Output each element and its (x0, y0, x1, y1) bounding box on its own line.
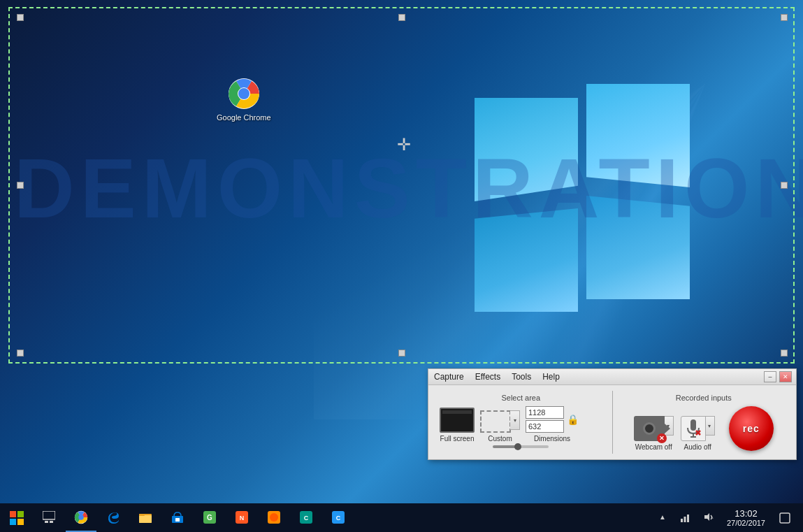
win-pane-bottom-left (475, 208, 578, 312)
custom-button[interactable]: ▾ Custom (480, 410, 520, 443)
taskbar-right: ▲ 13:02 27/02/2017 (654, 503, 803, 532)
handle-middle-right[interactable] (781, 182, 788, 189)
win-pane-top-right (586, 84, 690, 187)
tray-chevron[interactable]: ▲ (654, 503, 671, 532)
notification-center-icon[interactable] (774, 503, 796, 532)
fullscreen-icon-svg (441, 409, 473, 431)
handle-top-left[interactable] (17, 14, 24, 21)
taskbar-green-app[interactable]: G (194, 503, 225, 532)
taskbar: G N C C (0, 503, 803, 532)
toolbar-menu: Capture Effects Tools Help (433, 371, 561, 382)
audio-row: ▾ (681, 416, 715, 441)
width-input[interactable] (526, 406, 564, 419)
menu-effects[interactable]: Effects (474, 371, 502, 382)
taskbar-app10[interactable]: C (323, 503, 354, 532)
handle-top-right[interactable] (781, 14, 788, 21)
clock-time: 13:02 (735, 508, 758, 519)
win-pane-top-left (475, 98, 578, 201)
custom-dropdown: ▾ (480, 410, 520, 433)
crosshair-cursor: ✛ (397, 135, 411, 154)
svg-rect-35 (681, 519, 683, 522)
handle-bottom-left[interactable] (17, 350, 24, 357)
height-input[interactable] (526, 420, 564, 433)
webcam-button[interactable]: ✕ ▾ Webcam off (634, 416, 674, 451)
minimize-button[interactable]: – (764, 371, 776, 382)
select-area-section: Select area Full screen (434, 391, 608, 454)
handle-bottom-right[interactable] (781, 350, 788, 357)
svg-rect-3 (240, 89, 248, 98)
svg-text:N: N (240, 515, 245, 522)
svg-text:C: C (336, 515, 341, 522)
network-icon[interactable] (675, 503, 695, 532)
webcam-off-badge: ✕ (657, 433, 667, 443)
store-icon (171, 510, 185, 524)
window-controls: – ✕ (764, 371, 792, 382)
svg-rect-12 (17, 511, 24, 517)
app10-icon: C (331, 510, 345, 524)
taskbar-store[interactable] (162, 503, 193, 532)
audio-button[interactable]: ▾ Audio off (681, 416, 715, 451)
menu-tools[interactable]: Tools (510, 371, 533, 382)
dimensions-col (526, 406, 564, 433)
taskbar-app9[interactable]: C (291, 503, 321, 532)
lock-icon: 🔒 (567, 414, 579, 425)
volume-icon[interactable] (699, 503, 718, 532)
svg-text:C: C (304, 515, 309, 522)
recorded-inputs-section: Recorded inputs ✕ ▾ Webcam off (617, 391, 791, 454)
svg-marker-38 (704, 513, 709, 521)
taskbar-chrome-icon (74, 510, 88, 524)
close-button[interactable]: ✕ (779, 371, 792, 382)
green-app-icon: G (203, 510, 217, 524)
handle-top-middle[interactable] (398, 14, 405, 21)
handle-middle-left[interactable] (17, 182, 24, 189)
chrome-icon-svg (227, 77, 261, 110)
audio-dropdown-arrow[interactable]: ▾ (705, 416, 715, 436)
start-icon (10, 511, 24, 525)
svg-point-30 (270, 513, 278, 522)
svg-text:G: G (207, 514, 212, 522)
custom-dropdown-arrow[interactable]: ▾ (510, 410, 520, 430)
explorer-icon (138, 510, 152, 524)
taskbar-taskview[interactable] (34, 503, 64, 532)
handle-bottom-middle[interactable] (398, 350, 405, 357)
dimensions-label: Dimensions (534, 435, 570, 443)
toolbar-body: Select area Full screen (428, 385, 796, 459)
system-clock[interactable]: 13:02 27/02/2017 (723, 507, 769, 529)
taskbar-orange-app[interactable]: N (226, 503, 257, 532)
webcam-arrow (665, 424, 670, 433)
fullscreen-button[interactable]: Full screen (440, 408, 475, 443)
dimensions-control[interactable]: 🔒 Dimensions (526, 406, 579, 443)
svg-rect-37 (687, 515, 689, 522)
select-area-controls: Full screen ▾ Custom (440, 406, 602, 443)
menu-capture[interactable]: Capture (433, 371, 465, 382)
volume-svg (703, 512, 714, 523)
svg-rect-14 (17, 519, 24, 525)
taskbar-edge[interactable] (98, 503, 129, 532)
start-button[interactable] (0, 503, 34, 532)
orange-app-icon: N (235, 510, 249, 524)
svg-rect-36 (683, 517, 686, 522)
google-chrome-icon[interactable]: Google Chrome (217, 77, 271, 122)
svg-point-19 (78, 515, 84, 520)
menu-help[interactable]: Help (541, 371, 561, 382)
custom-label: Custom (488, 435, 512, 443)
capture-toolbar: Capture Effects Tools Help – ✕ Select ar… (428, 368, 797, 460)
zoom-slider[interactable] (493, 445, 549, 448)
clock-date: 27/02/2017 (727, 519, 765, 527)
app9-icon: C (299, 510, 313, 524)
record-button[interactable]: rec (729, 406, 774, 451)
webcam-icon: ✕ (634, 416, 665, 441)
network-svg (679, 512, 690, 523)
slider-thumb[interactable] (514, 443, 521, 450)
mic-svg (685, 418, 702, 439)
svg-rect-17 (50, 521, 53, 523)
svg-rect-21 (139, 515, 152, 523)
svg-rect-22 (139, 514, 145, 516)
win-pane-bottom-right (586, 196, 690, 299)
taskbar-app8[interactable] (259, 503, 289, 532)
taskbar-explorer[interactable] (130, 503, 161, 532)
custom-icon (480, 410, 511, 433)
fullscreen-icon (440, 408, 475, 433)
taskbar-chrome[interactable] (66, 503, 96, 532)
select-area-title: Select area (440, 394, 602, 402)
